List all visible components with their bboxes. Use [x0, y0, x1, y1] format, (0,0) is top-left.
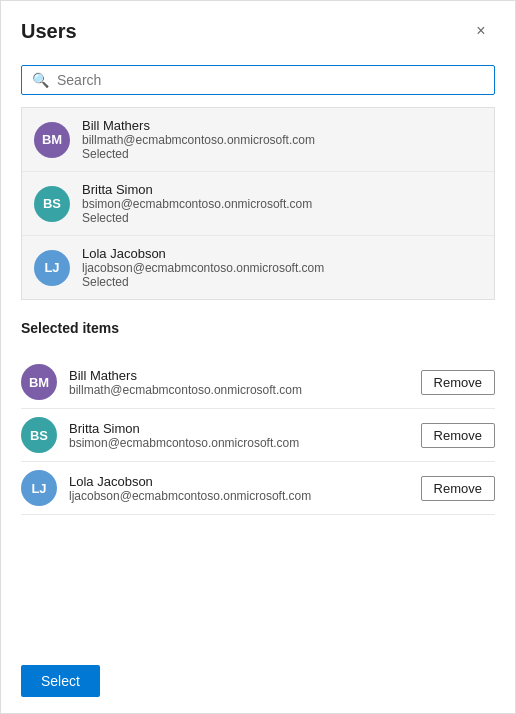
user-info: Britta Simon bsimon@ecmabmcontoso.onmicr… — [82, 182, 312, 225]
avatar: LJ — [21, 470, 57, 506]
users-dialog: Users × 🔍 BM Bill Mathers billmath@ecmab… — [0, 0, 516, 714]
search-input[interactable] — [57, 72, 484, 88]
user-info: Britta Simon bsimon@ecmabmcontoso.onmicr… — [69, 421, 413, 450]
user-status: Selected — [82, 211, 312, 225]
user-name: Britta Simon — [82, 182, 312, 197]
avatar: BM — [34, 122, 70, 158]
selected-list-item: LJ Lola Jacobson ljacobson@ecmabmcontoso… — [21, 462, 495, 515]
avatar: BM — [21, 364, 57, 400]
user-email: ljacobson@ecmabmcontoso.onmicrosoft.com — [82, 261, 324, 275]
user-name: Bill Mathers — [69, 368, 413, 383]
user-info: Bill Mathers billmath@ecmabmcontoso.onmi… — [69, 368, 413, 397]
user-name: Bill Mathers — [82, 118, 315, 133]
user-email: ljacobson@ecmabmcontoso.onmicrosoft.com — [69, 489, 413, 503]
selected-list-item: BS Britta Simon bsimon@ecmabmcontoso.onm… — [21, 409, 495, 462]
user-list-item[interactable]: BS Britta Simon bsimon@ecmabmcontoso.onm… — [22, 172, 494, 236]
user-name: Britta Simon — [69, 421, 413, 436]
selected-list: BM Bill Mathers billmath@ecmabmcontoso.o… — [21, 356, 495, 515]
user-name: Lola Jacobson — [69, 474, 413, 489]
user-list-item[interactable]: LJ Lola Jacobson ljacobson@ecmabmcontoso… — [22, 236, 494, 299]
user-status: Selected — [82, 275, 324, 289]
dialog-header: Users × — [1, 1, 515, 57]
dialog-footer: Select — [1, 649, 515, 713]
user-info: Lola Jacobson ljacobson@ecmabmcontoso.on… — [69, 474, 413, 503]
close-button[interactable]: × — [467, 17, 495, 45]
selected-items-title: Selected items — [21, 320, 495, 336]
select-button[interactable]: Select — [21, 665, 100, 697]
search-icon: 🔍 — [32, 72, 49, 88]
user-info: Lola Jacobson ljacobson@ecmabmcontoso.on… — [82, 246, 324, 289]
avatar: BS — [21, 417, 57, 453]
user-email: billmath@ecmabmcontoso.onmicrosoft.com — [82, 133, 315, 147]
avatar: BS — [34, 186, 70, 222]
user-list: BM Bill Mathers billmath@ecmabmcontoso.o… — [21, 107, 495, 300]
user-email: bsimon@ecmabmcontoso.onmicrosoft.com — [69, 436, 413, 450]
search-area: 🔍 — [1, 57, 515, 107]
remove-button[interactable]: Remove — [421, 370, 495, 395]
user-status: Selected — [82, 147, 315, 161]
user-list-item[interactable]: BM Bill Mathers billmath@ecmabmcontoso.o… — [22, 108, 494, 172]
selected-section-header: Selected items — [1, 300, 515, 356]
avatar: LJ — [34, 250, 70, 286]
remove-button[interactable]: Remove — [421, 476, 495, 501]
user-email: billmath@ecmabmcontoso.onmicrosoft.com — [69, 383, 413, 397]
user-email: bsimon@ecmabmcontoso.onmicrosoft.com — [82, 197, 312, 211]
dialog-title: Users — [21, 20, 77, 43]
selected-list-item: BM Bill Mathers billmath@ecmabmcontoso.o… — [21, 356, 495, 409]
remove-button[interactable]: Remove — [421, 423, 495, 448]
search-box: 🔍 — [21, 65, 495, 95]
user-info: Bill Mathers billmath@ecmabmcontoso.onmi… — [82, 118, 315, 161]
user-name: Lola Jacobson — [82, 246, 324, 261]
